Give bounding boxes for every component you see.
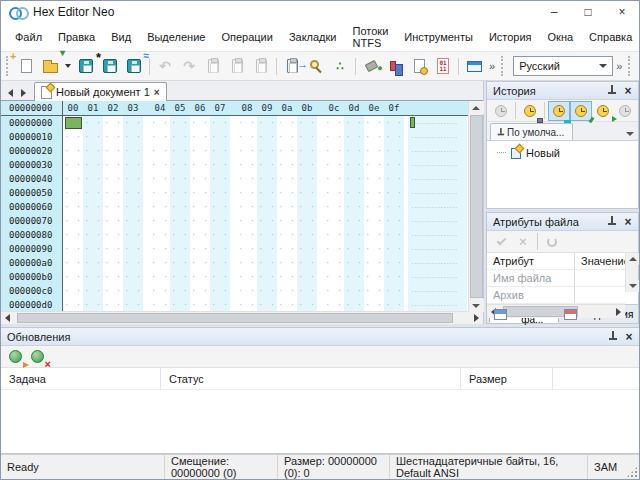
hex-cell[interactable] bbox=[277, 158, 297, 172]
hex-cell[interactable] bbox=[384, 256, 404, 270]
hex-cell[interactable] bbox=[297, 298, 317, 311]
hex-cell[interactable] bbox=[237, 284, 257, 298]
toolbar-overflow-chevron[interactable]: » bbox=[489, 60, 495, 72]
hex-cell[interactable] bbox=[63, 172, 83, 186]
hex-cell[interactable] bbox=[103, 284, 123, 298]
attributes-reload-icon[interactable] bbox=[541, 232, 563, 252]
hex-cell[interactable] bbox=[170, 256, 190, 270]
hex-cell[interactable] bbox=[277, 186, 297, 200]
history-tree-icon[interactable] bbox=[570, 101, 592, 121]
hex-cell[interactable] bbox=[324, 228, 344, 242]
hex-cell[interactable] bbox=[364, 256, 384, 270]
ascii-column[interactable]: ················ bbox=[408, 144, 467, 158]
hex-cell[interactable] bbox=[63, 130, 83, 144]
menu-item[interactable]: Файл bbox=[7, 29, 50, 45]
hex-cell[interactable] bbox=[103, 214, 123, 228]
hex-cell[interactable] bbox=[297, 158, 317, 172]
hex-cell[interactable] bbox=[257, 144, 277, 158]
hex-cell[interactable] bbox=[384, 130, 404, 144]
hex-cell[interactable] bbox=[170, 214, 190, 228]
hex-cell[interactable] bbox=[103, 242, 123, 256]
hex-cell[interactable] bbox=[384, 144, 404, 158]
hex-cell[interactable] bbox=[297, 144, 317, 158]
hex-cell[interactable] bbox=[344, 172, 364, 186]
scrollbar-thumb[interactable] bbox=[17, 313, 453, 323]
hex-cell[interactable] bbox=[63, 284, 83, 298]
hex-cell[interactable] bbox=[297, 200, 317, 214]
hex-cell[interactable] bbox=[103, 270, 123, 284]
hex-cell[interactable] bbox=[237, 228, 257, 242]
scroll-down-icon[interactable] bbox=[626, 280, 639, 292]
language-select[interactable]: Русский bbox=[513, 56, 613, 76]
hex-cell[interactable] bbox=[257, 172, 277, 186]
hex-cell[interactable] bbox=[237, 256, 257, 270]
status-insert-mode[interactable]: ЗАМ bbox=[588, 455, 625, 479]
hex-cell[interactable] bbox=[297, 228, 317, 242]
hex-cell[interactable] bbox=[257, 228, 277, 242]
history-branch-tab[interactable]: По умолча... bbox=[490, 123, 573, 140]
hex-cell[interactable] bbox=[150, 228, 170, 242]
hex-cell[interactable] bbox=[123, 284, 143, 298]
hex-cell[interactable] bbox=[297, 214, 317, 228]
hex-cell[interactable] bbox=[63, 158, 83, 172]
hex-cell[interactable] bbox=[324, 158, 344, 172]
hex-cell[interactable] bbox=[237, 242, 257, 256]
hex-cell[interactable] bbox=[83, 130, 103, 144]
hex-cell[interactable] bbox=[364, 214, 384, 228]
open-file-icon[interactable]: ▾ bbox=[38, 54, 62, 78]
hex-cell[interactable] bbox=[123, 228, 143, 242]
hex-cell[interactable] bbox=[190, 214, 210, 228]
hex-cell[interactable] bbox=[210, 256, 230, 270]
hex-cell[interactable] bbox=[170, 298, 190, 311]
hex-cell[interactable] bbox=[344, 256, 364, 270]
ascii-column[interactable]: ················ bbox=[408, 214, 467, 228]
column-header-status[interactable]: Статус bbox=[161, 368, 461, 389]
panel-close-icon[interactable]: × bbox=[621, 84, 635, 98]
hex-cell[interactable] bbox=[63, 214, 83, 228]
hex-cell[interactable] bbox=[190, 256, 210, 270]
hex-cell[interactable] bbox=[324, 172, 344, 186]
ascii-column[interactable]: ················ bbox=[408, 130, 467, 144]
hex-cell[interactable] bbox=[170, 158, 190, 172]
hex-cell[interactable] bbox=[210, 270, 230, 284]
hex-cell[interactable] bbox=[150, 214, 170, 228]
hex-cell[interactable] bbox=[170, 130, 190, 144]
hex-cell[interactable] bbox=[257, 270, 277, 284]
hex-cell[interactable] bbox=[277, 214, 297, 228]
hex-cell[interactable] bbox=[150, 116, 170, 130]
hex-cell[interactable] bbox=[170, 144, 190, 158]
ascii-column[interactable]: ················ bbox=[408, 172, 467, 186]
hex-cell[interactable] bbox=[384, 270, 404, 284]
hex-cell[interactable] bbox=[170, 284, 190, 298]
scroll-up-icon[interactable] bbox=[626, 253, 639, 265]
hex-cell[interactable] bbox=[210, 200, 230, 214]
hex-cell[interactable] bbox=[170, 116, 190, 130]
hex-cell[interactable] bbox=[210, 172, 230, 186]
hex-cell[interactable] bbox=[344, 116, 364, 130]
hex-cell[interactable] bbox=[190, 144, 210, 158]
hex-cell[interactable] bbox=[237, 130, 257, 144]
hex-cell[interactable] bbox=[237, 186, 257, 200]
scroll-up-icon[interactable] bbox=[469, 101, 484, 114]
menu-item[interactable]: Выделение bbox=[139, 29, 213, 45]
hex-cell[interactable] bbox=[150, 256, 170, 270]
minimize-button[interactable]: – bbox=[537, 1, 571, 23]
hex-cell[interactable] bbox=[210, 186, 230, 200]
hex-cell[interactable] bbox=[63, 256, 83, 270]
hex-cell[interactable] bbox=[297, 242, 317, 256]
hex-cell[interactable] bbox=[150, 284, 170, 298]
panel-close-icon[interactable]: × bbox=[622, 330, 636, 344]
hex-cell[interactable] bbox=[277, 116, 297, 130]
menu-item[interactable]: Окна bbox=[540, 29, 582, 45]
menu-item[interactable]: История bbox=[481, 29, 540, 45]
hex-cell[interactable] bbox=[277, 298, 297, 311]
hex-cell[interactable] bbox=[257, 186, 277, 200]
hex-cell[interactable] bbox=[63, 200, 83, 214]
hex-cell[interactable] bbox=[344, 228, 364, 242]
ascii-column[interactable]: ················ bbox=[408, 256, 467, 270]
hex-cell[interactable] bbox=[364, 284, 384, 298]
hex-cell[interactable] bbox=[324, 200, 344, 214]
hex-cell[interactable] bbox=[123, 144, 143, 158]
menu-item[interactable]: Правка bbox=[50, 29, 103, 45]
hex-cell[interactable] bbox=[83, 158, 103, 172]
